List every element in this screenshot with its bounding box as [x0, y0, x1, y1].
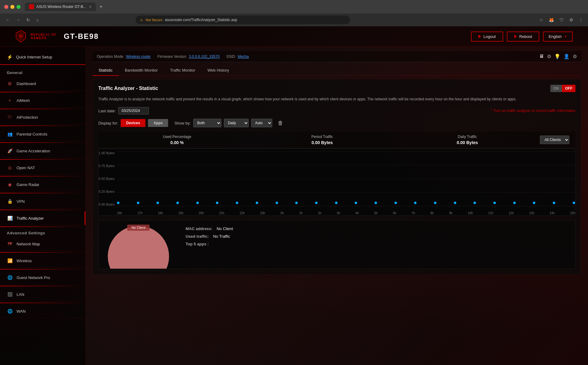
x-label-6: 22h: [239, 211, 245, 215]
forward-button[interactable]: →: [14, 16, 22, 24]
sidebar-item-game-accel[interactable]: 🚀 Game Acceleration: [0, 144, 85, 158]
operation-mode-value[interactable]: Wireless router: [126, 54, 151, 59]
op-icon-network[interactable]: 🖥: [539, 54, 544, 59]
browser-dots: [4, 5, 21, 9]
toggle-switch[interactable]: ON OFF: [550, 85, 575, 92]
lan-icon: ⬛: [7, 291, 13, 297]
app-header: R REPUBLIC OF GAMERS GT-BE98 Logout Rebo…: [0, 26, 588, 47]
sidebar-item-aiprotection[interactable]: 🛡 AiProtection: [0, 110, 85, 124]
sidebar-item-game-radar[interactable]: ◉ Game Radar: [0, 178, 85, 192]
sidebar-item-traffic-analyzer[interactable]: 📊 Traffic Analyzer: [0, 211, 85, 225]
x-label-5: 21h: [219, 211, 224, 215]
parental-icon: 👥: [7, 131, 13, 137]
logout-button[interactable]: Logout: [471, 32, 503, 42]
delete-icon[interactable]: 🗑: [278, 120, 283, 126]
tab-title: ASUS Wireless Router GT-B...: [36, 5, 86, 9]
chart-dot-19: [493, 202, 496, 204]
sidebar-item-wireless[interactable]: 📶 Wireless: [0, 254, 85, 268]
sidebar-divider-10: [0, 252, 85, 253]
display-for-label: Display for:: [98, 121, 118, 125]
sidebar-item-vpn[interactable]: 🔒 VPN: [0, 195, 85, 208]
sidebar-item-parental[interactable]: 👥 Parental Controls: [0, 127, 85, 141]
devices-button[interactable]: Devices: [121, 119, 145, 127]
sidebar-item-lan[interactable]: ⬛ LAN: [0, 288, 85, 301]
last-date-input[interactable]: [118, 107, 149, 114]
logout-arrow-icon: [478, 35, 481, 38]
language-button[interactable]: English ▼: [543, 32, 573, 42]
x-label-4: 20h: [199, 211, 204, 215]
all-clients-select[interactable]: All Clients: [540, 136, 569, 144]
bookmark-icon[interactable]: ☆: [538, 17, 545, 23]
extension1-icon[interactable]: 🦊: [548, 17, 555, 23]
rog-republic: REPUBLIC OF: [31, 33, 56, 36]
period-traffic-block: Period Traffic 0.00 Bytes: [250, 135, 395, 145]
address-bar[interactable]: ⚠ Not Secure asusrouter.com/TrafficAnaly…: [136, 16, 350, 24]
y-label-3: 0.50 Bytes: [99, 177, 115, 181]
sidebar-item-wan[interactable]: 🌐 WAN: [0, 304, 85, 318]
tab-bandwidth-monitor[interactable]: Bandwidth Monitor: [119, 65, 164, 76]
sidebar-label-wireless: Wireless: [17, 259, 32, 263]
tab-traffic-monitor[interactable]: Traffic Monitor: [164, 65, 201, 76]
close-dot[interactable]: [4, 5, 8, 9]
sidebar-label-parental: Parental Controls: [17, 132, 47, 136]
tabs-bar: Statistic Bandwidth Monitor Traffic Moni…: [92, 65, 581, 76]
op-icon-user[interactable]: 👤: [564, 54, 570, 59]
op-icon-settings[interactable]: ⚙: [547, 54, 551, 59]
browser-tab[interactable]: ASUS Wireless Router GT-B... ✕: [25, 2, 96, 11]
rog-of-gamers: GAMERS: [31, 36, 56, 40]
sidebar-label-wan: WAN: [17, 309, 26, 314]
sidebar-item-aimesh[interactable]: ⌖ AiMesh: [0, 94, 85, 107]
period-select[interactable]: Daily Weekly Monthly: [224, 119, 249, 127]
op-icon-gear2[interactable]: ⚙: [573, 54, 577, 59]
logout-label: Logout: [484, 34, 496, 39]
last-date-label: Last date:: [98, 109, 116, 113]
apps-button[interactable]: Apps: [148, 119, 168, 127]
client-card-row: No Client MAC address: No Client Used tr…: [98, 220, 575, 269]
controls-row-1: Last date: * Turn on traffic analyzer to…: [98, 107, 575, 114]
back-button[interactable]: ←: [4, 16, 12, 24]
dashboard-icon: ⊞: [7, 80, 13, 87]
sidebar-item-network-map[interactable]: 🗺 Network Map: [0, 237, 85, 251]
extension2-icon[interactable]: 🛡: [558, 17, 565, 23]
reload-button[interactable]: ↻: [24, 16, 32, 24]
client-avatar: No Client: [99, 220, 178, 269]
home-button[interactable]: ⌂: [34, 16, 40, 24]
sidebar-item-dashboard[interactable]: ⊞ Dashboard: [0, 77, 85, 91]
toggle-off-label: OFF: [562, 85, 575, 92]
show-by-select[interactable]: Both Upload Download: [193, 119, 221, 127]
reboot-label: Reboot: [519, 34, 532, 39]
language-label: English: [548, 34, 562, 39]
minimize-dot[interactable]: [10, 5, 14, 9]
tab-web-history[interactable]: Web History: [202, 65, 236, 76]
not-secure-label: Not Secure: [145, 18, 162, 22]
content-panel: Traffic Analyzer - Statistic ON OFF Traf…: [92, 79, 581, 275]
x-label-7: 23h: [260, 211, 265, 215]
model-name: GT-BE98: [64, 32, 99, 41]
sidebar-label-lan: LAN: [17, 292, 24, 297]
sidebar-item-guest-network[interactable]: 🌐 Guest Network Pro: [0, 271, 85, 285]
firmware-value[interactable]: 3.0.0.6.102_33570: [189, 54, 220, 59]
menu-icon[interactable]: ⋮: [578, 17, 584, 23]
sidebar-item-open-nat[interactable]: ◎ Open NAT: [0, 161, 85, 175]
app-wrapper: R REPUBLIC OF GAMERS GT-BE98 Logout Rebo…: [0, 26, 588, 365]
sidebar-divider-6: [0, 176, 85, 177]
quick-internet-setup[interactable]: ⚡ Quick Internet Setup: [0, 50, 85, 65]
maximize-dot[interactable]: [17, 5, 21, 9]
chart-dot-0: [117, 202, 119, 204]
sidebar-divider-11: [0, 269, 85, 270]
sidebar-divider-12: [0, 286, 85, 286]
traffic-analyzer-header: Traffic Analyzer - Statistic ON OFF: [98, 85, 575, 92]
page-title: Traffic Analyzer - Statistic: [98, 86, 158, 91]
tab-close-btn[interactable]: ✕: [89, 5, 92, 9]
scale-select[interactable]: Auto 1M 10M 100M: [251, 119, 272, 127]
x-label-23: 15h: [570, 211, 575, 215]
wireless-icon: 📶: [7, 258, 13, 264]
op-icon-info[interactable]: 💡: [554, 54, 560, 59]
tab-statistic[interactable]: Statistic: [92, 65, 119, 76]
y-label-2: 0.75 Bytes: [99, 164, 115, 168]
ssid-value[interactable]: Mezha: [238, 54, 249, 59]
new-tab-button[interactable]: +: [98, 3, 105, 11]
reboot-button[interactable]: Reboot: [507, 32, 540, 42]
extension3-icon[interactable]: ⚙: [568, 17, 575, 23]
chart-dot-5: [216, 202, 218, 204]
